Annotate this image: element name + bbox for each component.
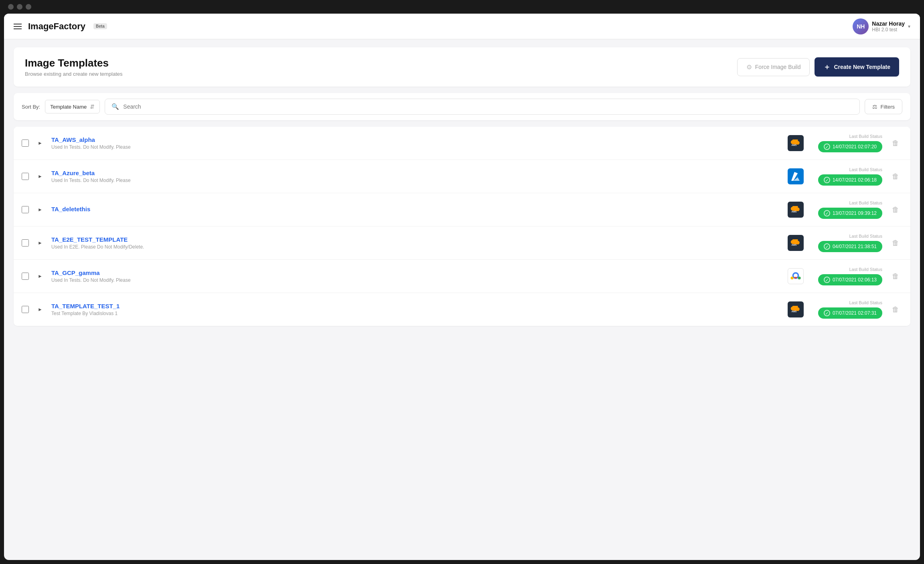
main-content: Image Templates Browse existing and crea… xyxy=(4,39,920,560)
cloud-icon-aws-3: AWS xyxy=(788,235,804,251)
row-name-2[interactable]: TA_deletethis xyxy=(51,206,781,212)
build-status-section-4: Last Build Status ✓ 07/07/2021 02:06:13 xyxy=(810,267,882,285)
titlebar xyxy=(0,0,924,14)
row-name-5[interactable]: TA_TEMPLATE_TEST_1 xyxy=(51,303,781,309)
svg-text:AWS: AWS xyxy=(792,210,797,213)
svg-point-8 xyxy=(798,277,800,279)
row-info-1: TA_Azure_beta Used In Tests. Do Not Modi… xyxy=(51,170,781,183)
status-check-icon-5: ✓ xyxy=(824,310,830,316)
filter-bar: Sort By: Template Name ⇵ 🔍 ⚖ Filters xyxy=(14,93,910,120)
table-row: ► TA_deletethis AWS Last Build Status ✓ … xyxy=(14,193,910,226)
row-name-3[interactable]: TA_E2E_TEST_TEMPLATE xyxy=(51,236,781,243)
build-status-section-3: Last Build Status ✓ 04/07/2021 21:38:51 xyxy=(810,234,882,252)
build-status-section-1: Last Build Status ✓ 14/07/2021 02:06:18 xyxy=(810,167,882,186)
page-header: Image Templates Browse existing and crea… xyxy=(14,47,910,87)
svg-point-7 xyxy=(790,277,793,279)
page-title: Image Templates xyxy=(25,57,123,69)
table-row: ► TA_AWS_alpha Used In Tests. Do Not Mod… xyxy=(14,127,910,160)
build-status-label-3: Last Build Status xyxy=(810,234,882,239)
row-expand-3[interactable]: ► xyxy=(35,238,45,248)
build-status-label-1: Last Build Status xyxy=(810,167,882,172)
page-subtitle: Browse existing and create new templates xyxy=(25,71,123,77)
cloud-icon-gcp-4 xyxy=(788,268,804,284)
cloud-icon-aws-5: AWS xyxy=(788,301,804,317)
filter-icon: ⚖ xyxy=(872,103,877,110)
build-status-label-2: Last Build Status xyxy=(810,200,882,205)
row-info-2: TA_deletethis xyxy=(51,206,781,214)
app-title: ImageFactory xyxy=(28,21,85,32)
delete-button-1[interactable]: 🗑 xyxy=(889,171,902,182)
build-date-2: 13/07/2021 09:39:12 xyxy=(833,210,877,216)
status-badge-4: ✓ 07/07/2021 02:06:13 xyxy=(818,274,882,285)
row-info-0: TA_AWS_alpha Used In Tests. Do Not Modif… xyxy=(51,136,781,150)
force-build-label: Force Image Build xyxy=(755,64,801,70)
user-org: HBI 2.0 test xyxy=(872,27,905,32)
row-info-4: TA_GCP_gamma Used In Tests. Do Not Modif… xyxy=(51,269,781,283)
row-checkbox-5[interactable] xyxy=(22,306,29,313)
delete-button-3[interactable]: 🗑 xyxy=(889,237,902,249)
filter-label: Filters xyxy=(881,104,895,110)
row-checkbox-3[interactable] xyxy=(22,239,29,247)
row-name-4[interactable]: TA_GCP_gamma xyxy=(51,269,781,276)
status-badge-2: ✓ 13/07/2021 09:39:12 xyxy=(818,208,882,219)
filters-button[interactable]: ⚖ Filters xyxy=(865,99,902,114)
row-expand-5[interactable]: ► xyxy=(35,305,45,314)
status-check-icon-4: ✓ xyxy=(824,277,830,283)
hamburger-icon[interactable] xyxy=(14,24,22,29)
build-status-label-0: Last Build Status xyxy=(810,134,882,139)
search-box: 🔍 xyxy=(105,99,859,115)
sort-select-value: Template Name xyxy=(50,104,87,110)
status-check-icon-2: ✓ xyxy=(824,210,830,216)
force-image-build-button[interactable]: ⚙ Force Image Build xyxy=(737,58,810,76)
page-header-actions: ⚙ Force Image Build ＋ Create New Templat… xyxy=(737,57,899,77)
create-template-label: Create New Template xyxy=(834,64,890,70)
row-checkbox-1[interactable] xyxy=(22,173,29,180)
row-desc-3: Used In E2E. Please Do Not Modify/Delete… xyxy=(51,244,781,250)
row-desc-1: Used In Tests. Do Not Modify. Please xyxy=(51,178,781,183)
row-checkbox-0[interactable] xyxy=(22,139,29,147)
sort-order-icon: ⇵ xyxy=(90,103,95,110)
row-expand-1[interactable]: ► xyxy=(35,172,45,181)
sort-select[interactable]: Template Name ⇵ xyxy=(45,100,100,113)
row-expand-4[interactable]: ► xyxy=(35,271,45,281)
titlebar-dot-1 xyxy=(8,4,14,10)
table-row: ► TA_E2E_TEST_TEMPLATE Used In E2E. Plea… xyxy=(14,226,910,260)
titlebar-dot-3 xyxy=(26,4,31,10)
row-name-0[interactable]: TA_AWS_alpha xyxy=(51,136,781,143)
row-checkbox-4[interactable] xyxy=(22,273,29,280)
status-badge-3: ✓ 04/07/2021 21:38:51 xyxy=(818,241,882,252)
app-window: ImageFactory Beta NH Nazar Horay HBI 2.0… xyxy=(4,14,920,560)
svg-text:AWS: AWS xyxy=(792,244,797,246)
navbar-left: ImageFactory Beta xyxy=(14,21,107,32)
search-input[interactable] xyxy=(123,103,853,110)
create-template-button[interactable]: ＋ Create New Template xyxy=(815,57,899,77)
status-check-icon-3: ✓ xyxy=(824,243,830,250)
row-desc-5: Test Template By Vladislovas 1 xyxy=(51,311,781,316)
row-info-5: TA_TEMPLATE_TEST_1 Test Template By Vlad… xyxy=(51,303,781,316)
navbar: ImageFactory Beta NH Nazar Horay HBI 2.0… xyxy=(4,14,920,39)
delete-button-5[interactable]: 🗑 xyxy=(889,304,902,315)
row-desc-4: Used In Tests. Do Not Modify. Please xyxy=(51,277,781,283)
sort-label: Sort By: xyxy=(22,104,40,110)
row-expand-0[interactable]: ► xyxy=(35,138,45,148)
status-check-icon-1: ✓ xyxy=(824,177,830,183)
status-badge-1: ✓ 14/07/2021 02:06:18 xyxy=(818,174,882,186)
status-check-icon-0: ✓ xyxy=(824,144,830,150)
gear-icon: ⚙ xyxy=(746,63,752,71)
row-info-3: TA_E2E_TEST_TEMPLATE Used In E2E. Please… xyxy=(51,236,781,250)
build-status-label-4: Last Build Status xyxy=(810,267,882,272)
search-icon: 🔍 xyxy=(111,103,119,110)
delete-button-2[interactable]: 🗑 xyxy=(889,204,902,216)
row-expand-2[interactable]: ► xyxy=(35,205,45,214)
user-name: Nazar Horay xyxy=(872,20,905,27)
row-checkbox-2[interactable] xyxy=(22,206,29,213)
delete-button-4[interactable]: 🗑 xyxy=(889,271,902,282)
build-date-0: 14/07/2021 02:07:20 xyxy=(833,144,877,150)
delete-button-0[interactable]: 🗑 xyxy=(889,137,902,149)
build-date-1: 14/07/2021 02:06:18 xyxy=(833,177,877,183)
cloud-icon-aws-0: AWS xyxy=(788,135,804,151)
build-status-section-2: Last Build Status ✓ 13/07/2021 09:39:12 xyxy=(810,200,882,219)
avatar: NH xyxy=(853,18,869,34)
row-name-1[interactable]: TA_Azure_beta xyxy=(51,170,781,176)
user-menu[interactable]: NH Nazar Horay HBI 2.0 test ▾ xyxy=(853,18,910,34)
